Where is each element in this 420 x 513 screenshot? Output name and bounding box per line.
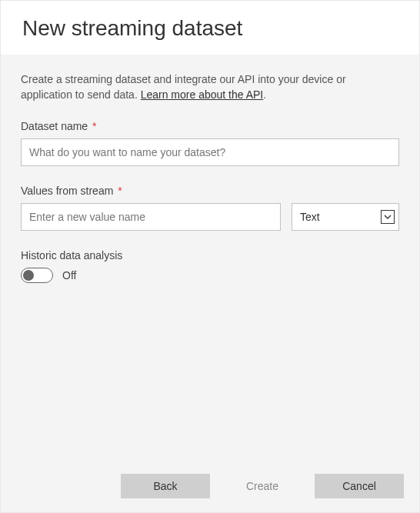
intro-after: . bbox=[263, 88, 266, 101]
stream-value-type-select[interactable]: Text bbox=[292, 203, 399, 231]
dialog: New streaming dataset Create a streaming… bbox=[0, 0, 420, 513]
required-mark: * bbox=[92, 120, 96, 132]
dataset-name-label-text: Dataset name bbox=[21, 120, 88, 132]
create-button[interactable]: Create bbox=[218, 474, 307, 498]
required-mark: * bbox=[118, 185, 122, 197]
stream-value-name-input[interactable] bbox=[21, 203, 281, 231]
dialog-body: Create a streaming dataset and integrate… bbox=[1, 55, 419, 463]
historic-state-label: Off bbox=[62, 269, 76, 281]
historic-toggle[interactable] bbox=[21, 268, 53, 283]
historic-label: Historic data analysis bbox=[21, 249, 399, 261]
toggle-knob bbox=[23, 270, 34, 281]
cancel-button[interactable]: Cancel bbox=[315, 474, 404, 498]
values-from-stream-label-text: Values from stream bbox=[21, 185, 113, 197]
dataset-name-label: Dataset name * bbox=[21, 120, 399, 132]
intro-text: Create a streaming dataset and integrate… bbox=[21, 72, 399, 103]
dialog-header: New streaming dataset bbox=[1, 1, 419, 55]
page-title: New streaming dataset bbox=[22, 16, 398, 41]
values-from-stream-label: Values from stream * bbox=[21, 185, 399, 197]
dataset-name-input[interactable] bbox=[21, 138, 399, 166]
dialog-footer: Back Create Cancel bbox=[1, 463, 419, 512]
learn-more-link[interactable]: Learn more about the API bbox=[141, 88, 264, 101]
back-button[interactable]: Back bbox=[121, 474, 210, 498]
